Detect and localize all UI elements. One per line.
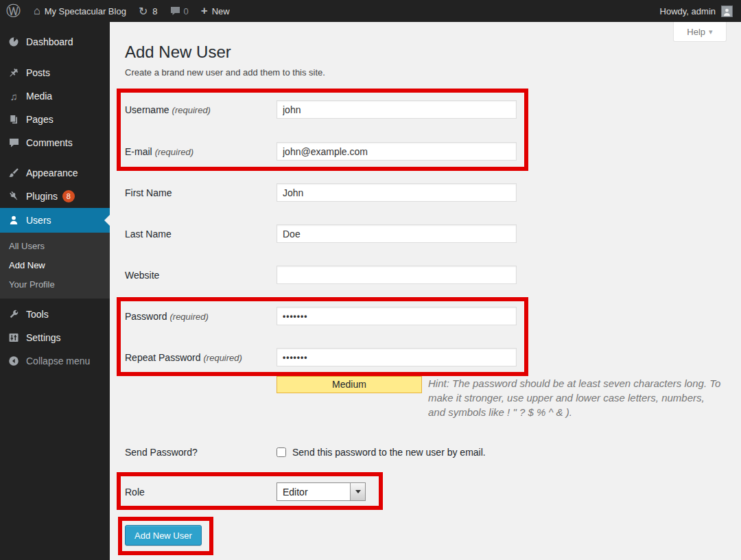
music-note-icon: ♫ — [7, 91, 21, 102]
comments-count: 0 — [184, 6, 189, 16]
avatar[interactable] — [721, 5, 733, 17]
password-input[interactable] — [277, 307, 517, 325]
admin-menu: Dashboard Posts ♫ Media Pages Comments A… — [0, 22, 110, 560]
email-label: E-mail(required) — [125, 146, 277, 157]
role-selected-value: Editor — [277, 487, 350, 498]
sidebar-item-comments[interactable]: Comments — [0, 131, 110, 154]
user-icon — [7, 215, 21, 226]
menu-separator — [0, 54, 110, 61]
plugins-update-badge: 8 — [62, 190, 75, 202]
sidebar-item-dashboard[interactable]: Dashboard — [0, 30, 110, 54]
pushpin-icon — [7, 67, 21, 78]
send-password-label: Send Password? — [125, 447, 277, 458]
comments-link[interactable]: 0 — [164, 0, 195, 22]
pages-icon — [7, 114, 21, 125]
first-name-label: First Name — [125, 187, 277, 198]
password-row: Password(required) — [125, 307, 517, 325]
sidebar-item-pages[interactable]: Pages — [0, 108, 110, 131]
select-dropdown-button[interactable] — [350, 483, 365, 500]
label-text: Website — [125, 270, 159, 281]
label-text: First Name — [125, 187, 172, 198]
website-row: Website — [125, 266, 517, 284]
first-name-input[interactable] — [277, 183, 517, 202]
wrench-icon — [7, 309, 21, 320]
role-select[interactable]: Editor — [277, 482, 366, 501]
label-text: Last Name — [125, 229, 172, 240]
dashboard-gauge-icon — [7, 36, 21, 47]
new-content-button[interactable]: + New — [195, 0, 236, 22]
updates-link[interactable]: ↻ 8 — [132, 0, 164, 22]
repeat-password-label: Repeat Password(required) — [125, 352, 277, 363]
wordpress-logo-icon[interactable]: Ⓦ — [0, 0, 27, 22]
collapse-arrow-icon — [7, 355, 21, 366]
chevron-down-icon: ▾ — [709, 27, 713, 36]
required-hint: (required) — [172, 105, 211, 115]
label-text: E-mail — [125, 146, 152, 157]
sidebar-item-plugins[interactable]: Plugins 8 — [0, 185, 110, 208]
avatar-person-icon — [722, 8, 731, 16]
required-hint: (required) — [204, 353, 242, 363]
send-password-row: Send Password? Send this password to the… — [125, 443, 486, 461]
howdy-text[interactable]: Howdy, admin — [660, 6, 721, 16]
home-icon: ⌂ — [34, 5, 40, 17]
site-name-link[interactable]: ⌂ My Spectacular Blog — [27, 0, 132, 22]
first-name-row: First Name — [125, 183, 517, 202]
required-hint: (required) — [155, 147, 193, 157]
site-name: My Spectacular Blog — [45, 6, 126, 16]
last-name-label: Last Name — [125, 229, 277, 240]
password-hint-text: Hint: The password should be at least se… — [428, 377, 720, 418]
menu-separator — [0, 154, 110, 161]
password-label: Password(required) — [125, 311, 277, 322]
username-row: Username(required) — [125, 100, 517, 119]
sidebar-label: Settings — [26, 332, 61, 343]
sidebar-item-users[interactable]: Users — [0, 208, 110, 233]
sidebar-label: Dashboard — [26, 36, 73, 47]
submenu-add-new[interactable]: Add New — [0, 256, 110, 275]
sidebar-label: Comments — [26, 137, 73, 148]
users-submenu: All Users Add New Your Profile — [0, 233, 110, 299]
sidebar-label: Pages — [26, 114, 54, 125]
username-label: Username(required) — [125, 104, 277, 115]
updates-count: 8 — [152, 6, 157, 16]
role-label: Role — [125, 487, 277, 498]
label-text: Password — [125, 311, 167, 322]
sidebar-item-media[interactable]: ♫ Media — [0, 84, 110, 108]
admin-bar: Ⓦ ⌂ My Spectacular Blog ↻ 8 0 + New Howd… — [0, 0, 741, 22]
repeat-password-input[interactable] — [277, 348, 517, 366]
email-input[interactable] — [277, 142, 517, 161]
sidebar-item-appearance[interactable]: Appearance — [0, 161, 110, 185]
paintbrush-icon — [7, 167, 21, 178]
sidebar-label: Tools — [26, 309, 49, 320]
submenu-all-users[interactable]: All Users — [0, 237, 110, 256]
sidebar-label: Plugins — [26, 191, 58, 202]
label-text: Username — [125, 104, 169, 115]
send-password-checkbox[interactable] — [277, 447, 286, 457]
website-input[interactable] — [277, 266, 517, 284]
updates-icon: ↻ — [139, 5, 148, 18]
sidebar-label: Media — [26, 91, 52, 102]
sidebar-item-tools[interactable]: Tools — [0, 303, 110, 326]
plus-icon: + — [201, 4, 208, 18]
last-name-row: Last Name — [125, 224, 517, 243]
sidebar-item-posts[interactable]: Posts — [0, 61, 110, 84]
last-name-input[interactable] — [277, 224, 517, 243]
label-text: Repeat Password — [125, 352, 201, 363]
label-text: Role — [125, 487, 145, 498]
website-label: Website — [125, 270, 277, 281]
add-new-user-button[interactable]: Add New User — [125, 525, 202, 546]
comment-bubble-icon — [170, 7, 180, 16]
page-subtitle: Create a brand new user and add them to … — [125, 67, 325, 78]
plug-icon — [7, 191, 21, 202]
sidebar-label: Posts — [26, 67, 50, 78]
password-hint-area: Medium Hint: The password should be at l… — [277, 376, 721, 419]
help-button[interactable]: Help ▾ — [673, 22, 727, 42]
sidebar-label: Collapse menu — [26, 355, 90, 366]
sidebar-item-settings[interactable]: Settings — [0, 326, 110, 349]
username-input[interactable] — [277, 100, 517, 119]
send-password-checkbox-label: Send this password to the new user by em… — [292, 447, 486, 458]
sliders-icon — [7, 332, 21, 343]
password-strength-meter: Medium — [277, 376, 422, 393]
comment-bubble-icon — [7, 138, 21, 148]
submenu-your-profile[interactable]: Your Profile — [0, 275, 110, 294]
collapse-menu-button[interactable]: Collapse menu — [0, 349, 110, 373]
